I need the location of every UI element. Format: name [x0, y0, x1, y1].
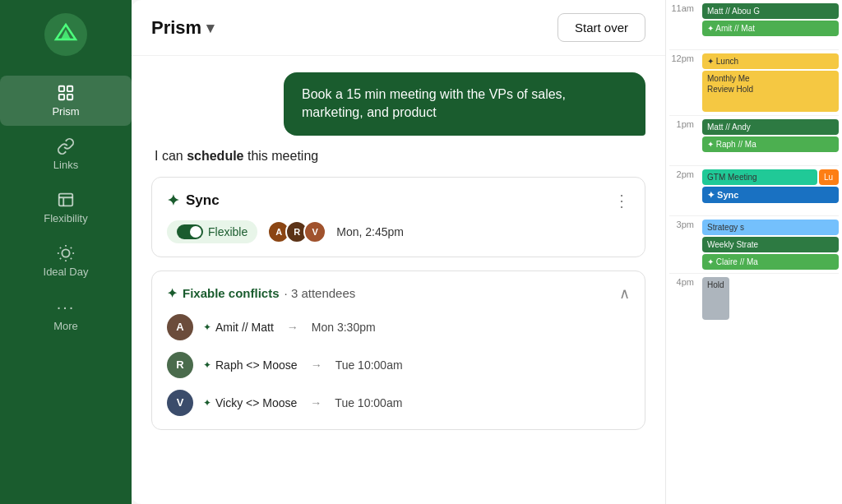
cal-events-4pm: Hold	[699, 274, 842, 323]
cal-row-12pm: 12pm ✦ Lunch Monthly MeReview Hold	[666, 50, 842, 115]
conflict-time-1: Mon 3:30pm	[312, 321, 376, 334]
flexibility-icon	[57, 191, 75, 209]
conflict-arrow-3: →	[310, 396, 322, 409]
conflicts-title: ✦ Fixable conflicts · 3 attendees	[167, 286, 355, 301]
svg-line-8	[60, 247, 61, 248]
cal-event-monthly[interactable]: Monthly MeReview Hold	[702, 71, 839, 112]
sync-card-header: ✦ Sync ⋮	[167, 191, 630, 210]
cal-event-weekly[interactable]: Weekly Strate	[702, 237, 839, 252]
sidebar-item-ideal-day[interactable]: Ideal Day	[0, 236, 132, 286]
cal-event-lu[interactable]: Lu	[819, 169, 839, 185]
svg-line-9	[71, 258, 72, 259]
dots-icon: ···	[57, 298, 76, 317]
sun-icon	[57, 244, 75, 262]
cal-label-12pm: 12pm	[666, 50, 699, 115]
cal-event-matt-andy[interactable]: Matt // Andy	[702, 119, 839, 135]
conflict-time-3: Tue 10:00am	[335, 396, 402, 409]
main-content: Prism ▾ Start over Book a 15 min meeting…	[132, 0, 665, 504]
svg-rect-1	[67, 86, 72, 91]
conflict-person-3: Vicky <> Moose	[215, 396, 297, 409]
attendee-avatars: A R V	[267, 220, 326, 243]
conflict-avatar-1: A	[167, 314, 193, 340]
avatar-3: V	[303, 220, 326, 243]
sync-menu-button[interactable]: ⋮	[613, 191, 630, 210]
calendar-panel: 11am Matt // Abou G ✦ Amit // Mat 12pm ✦…	[665, 0, 842, 504]
conflict-name-1: ✦ Amit // Matt	[203, 321, 274, 334]
conflict-row: R ✦ Raph <> Moose → Tue 10:00am	[167, 352, 630, 378]
start-over-button[interactable]: Start over	[557, 13, 645, 42]
flexible-label: Flexible	[208, 225, 248, 238]
cal-row-3pm: 3pm Strategy s Weekly Strate ✦ Claire //…	[666, 216, 842, 273]
conflict-green-icon-2: ✦	[203, 359, 211, 371]
sync-label: Sync	[186, 192, 220, 209]
fixable-label: Fixable conflicts	[183, 286, 280, 300]
conflict-name-3: ✦ Vicky <> Moose	[203, 396, 297, 409]
sidebar-item-ideal-day-label: Ideal Day	[44, 266, 89, 278]
cal-label-4pm: 4pm	[666, 274, 699, 323]
sidebar-item-links[interactable]: Links	[0, 129, 132, 179]
prism-logo-icon	[53, 21, 79, 48]
cal-row-4pm: 4pm Hold	[666, 274, 842, 323]
cal-label-3pm: 3pm	[666, 216, 699, 273]
sync-time: Mon, 2:45pm	[336, 225, 404, 238]
chat-area: Book a 15 min meeting with the VPs of sa…	[132, 56, 665, 504]
cal-event-strategy[interactable]: Strategy s	[702, 220, 839, 235]
title-chevron[interactable]: ▾	[206, 19, 214, 37]
cal-event-gtm[interactable]: GTM Meeting	[702, 169, 817, 185]
sidebar-item-flexibility[interactable]: Flexibility	[0, 183, 132, 233]
cal-event[interactable]: Matt // Abou G	[702, 3, 839, 19]
sidebar: Prism Links Flexibility Ideal Day ··· Mo…	[0, 0, 132, 504]
svg-rect-3	[67, 95, 72, 99]
main-title: Prism ▾	[151, 17, 214, 39]
svg-point-5	[62, 249, 69, 257]
cal-event-lunch[interactable]: ✦ Lunch	[702, 53, 839, 69]
sidebar-item-more-label: More	[53, 320, 78, 332]
cal-event[interactable]: ✦ Amit // Mat	[702, 21, 839, 36]
svg-line-13	[71, 247, 72, 248]
sidebar-item-more[interactable]: ··· More	[0, 289, 132, 340]
conflict-row: A ✦ Amit // Matt → Mon 3:30pm	[167, 314, 630, 340]
cal-label-2pm: 2pm	[666, 166, 699, 215]
conflicts-header: ✦ Fixable conflicts · 3 attendees ∧	[167, 284, 630, 303]
conflict-green-icon-1: ✦	[203, 321, 211, 333]
sync-star-icon: ✦	[167, 192, 179, 210]
assistant-suffix: this meeting	[244, 149, 319, 163]
conflict-row: V ✦ Vicky <> Moose → Tue 10:00am	[167, 390, 630, 416]
flexible-badge[interactable]: Flexible	[167, 220, 257, 243]
cal-event-claire[interactable]: ✦ Claire // Ma	[702, 254, 839, 270]
cal-events-12pm: ✦ Lunch Monthly MeReview Hold	[699, 50, 842, 115]
conflict-person-1: Amit // Matt	[215, 321, 274, 334]
sidebar-item-prism[interactable]: Prism	[0, 76, 132, 126]
app-title: Prism	[151, 17, 201, 39]
cal-row-2pm: 2pm GTM Meeting Lu ✦ Sync	[666, 166, 842, 215]
sidebar-item-links-label: Links	[53, 159, 78, 171]
user-message: Book a 15 min meeting with the VPs of sa…	[284, 72, 645, 136]
cal-row-1pm: 1pm Matt // Andy ✦ Raph // Ma	[666, 116, 842, 165]
svg-rect-0	[59, 86, 64, 91]
assistant-prefix: I can	[155, 149, 187, 163]
assistant-bold: schedule	[187, 149, 243, 163]
logo[interactable]	[44, 13, 87, 56]
main-header: Prism ▾ Start over	[132, 0, 665, 56]
conflict-avatar-3: V	[167, 390, 193, 416]
cal-event-raph[interactable]: ✦ Raph // Ma	[702, 136, 839, 152]
assistant-response: I can schedule this meeting	[151, 149, 645, 164]
conflicts-collapse-button[interactable]: ∧	[619, 284, 630, 303]
flexible-toggle[interactable]	[177, 224, 203, 239]
conflict-arrow-2: →	[311, 358, 322, 372]
cal-label-1pm: 1pm	[666, 116, 699, 165]
conflict-time-2: Tue 10:00am	[335, 358, 403, 372]
cal-events-11am: Matt // Abou G ✦ Amit // Mat	[699, 0, 842, 49]
sync-title: ✦ Sync	[167, 192, 220, 210]
conflicts-count: · 3 attendees	[285, 286, 356, 300]
cal-events-2pm: GTM Meeting Lu ✦ Sync	[699, 166, 842, 215]
conflict-name-2: ✦ Raph <> Moose	[203, 358, 298, 372]
cal-event-hold[interactable]: Hold	[702, 277, 729, 320]
conflicts-card: ✦ Fixable conflicts · 3 attendees ∧ A ✦ …	[151, 270, 645, 430]
conflicts-star-icon: ✦	[167, 286, 178, 301]
cal-events-1pm: Matt // Andy ✦ Raph // Ma	[699, 116, 842, 165]
svg-rect-2	[59, 95, 64, 99]
svg-rect-4	[59, 194, 73, 206]
link-icon	[57, 137, 75, 155]
cal-event-sync[interactable]: ✦ Sync	[702, 187, 839, 203]
